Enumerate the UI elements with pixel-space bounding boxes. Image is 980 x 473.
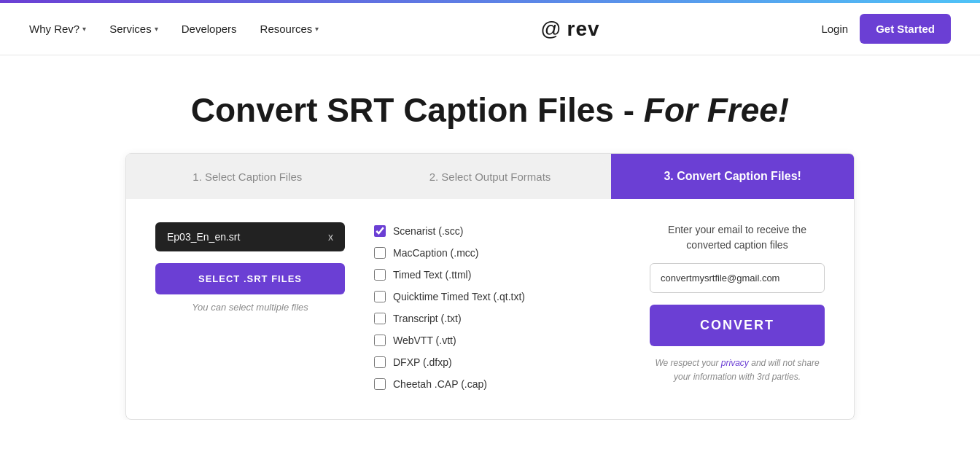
- format-checkbox-transcript[interactable]: [374, 313, 386, 324]
- format-label-quicktime[interactable]: Quicktime Timed Text (.qt.txt): [393, 291, 525, 302]
- main-card: 1. Select Caption Files 2. Select Output…: [125, 153, 855, 420]
- hero-section: Convert SRT Caption Files - For Free!: [0, 55, 980, 153]
- format-list: Scenarist (.scc)MacCaption (.mcc)Timed T…: [374, 225, 621, 390]
- content-area: Ep03_En_en.srt x SELECT .SRT FILES You c…: [126, 222, 854, 390]
- format-item: Cheetah .CAP (.cap): [374, 378, 621, 390]
- logo[interactable]: @ rev: [540, 17, 599, 41]
- format-item: MacCaption (.mcc): [374, 247, 621, 259]
- chevron-down-icon: ▾: [315, 25, 319, 33]
- format-checkbox-quicktime[interactable]: [374, 291, 386, 302]
- chevron-down-icon: ▾: [155, 25, 158, 33]
- remove-file-button[interactable]: x: [328, 231, 333, 243]
- multi-file-hint: You can select multiple files: [155, 302, 345, 313]
- format-checkbox-timedtext[interactable]: [374, 269, 386, 281]
- login-button[interactable]: Login: [821, 23, 848, 35]
- step-2: 2. Select Output Formats: [369, 154, 612, 199]
- logo-text: rev: [567, 17, 600, 41]
- get-started-button[interactable]: Get Started: [860, 14, 951, 44]
- format-item: WebVTT (.vtt): [374, 335, 621, 346]
- format-item: DFXP (.dfxp): [374, 356, 621, 368]
- email-input[interactable]: [650, 263, 825, 293]
- step-3: 3. Convert Caption Files!: [611, 154, 854, 199]
- step-1: 1. Select Caption Files: [126, 154, 369, 199]
- steps-bar: 1. Select Caption Files 2. Select Output…: [126, 154, 854, 199]
- format-label-timedtext[interactable]: Timed Text (.ttml): [393, 269, 471, 281]
- logo-icon: @: [540, 17, 561, 41]
- nav-services[interactable]: Services ▾: [109, 23, 158, 35]
- format-label-maccaption[interactable]: MacCaption (.mcc): [393, 247, 478, 259]
- format-item: Timed Text (.ttml): [374, 269, 621, 281]
- navbar: Why Rev? ▾ Services ▾ Developers Resourc…: [0, 3, 980, 55]
- format-checkbox-maccaption[interactable]: [374, 247, 386, 259]
- nav-resources[interactable]: Resources ▾: [260, 23, 319, 35]
- privacy-note: We respect your privacy and will not sha…: [650, 356, 825, 384]
- format-checkbox-webvtt[interactable]: [374, 335, 386, 346]
- format-label-webvtt[interactable]: WebVTT (.vtt): [393, 335, 456, 346]
- format-item: Quicktime Timed Text (.qt.txt): [374, 291, 621, 302]
- format-label-scenarist[interactable]: Scenarist (.scc): [393, 225, 463, 237]
- format-item: Scenarist (.scc): [374, 225, 621, 237]
- right-column: Enter your email to receive the converte…: [650, 222, 825, 390]
- file-name: Ep03_En_en.srt: [167, 231, 240, 243]
- nav-left: Why Rev? ▾ Services ▾ Developers Resourc…: [29, 23, 319, 35]
- format-label-dfxp[interactable]: DFXP (.dfxp): [393, 356, 452, 368]
- file-chip: Ep03_En_en.srt x: [155, 222, 345, 251]
- format-checkbox-scenarist[interactable]: [374, 225, 386, 237]
- chevron-down-icon: ▾: [82, 25, 86, 33]
- privacy-link[interactable]: privacy: [721, 358, 749, 368]
- hero-title: Convert SRT Caption Files - For Free!: [15, 90, 965, 130]
- format-checkbox-dfxp[interactable]: [374, 356, 386, 368]
- nav-right: Login Get Started: [821, 14, 951, 44]
- format-checkbox-cheetah[interactable]: [374, 378, 386, 390]
- email-hint: Enter your email to receive the converte…: [650, 222, 825, 253]
- format-label-transcript[interactable]: Transcript (.txt): [393, 313, 462, 324]
- format-item: Transcript (.txt): [374, 313, 621, 324]
- format-label-cheetah[interactable]: Cheetah .CAP (.cap): [393, 378, 487, 390]
- convert-button[interactable]: CONVERT: [650, 305, 825, 346]
- formats-column: Scenarist (.scc)MacCaption (.mcc)Timed T…: [374, 222, 621, 390]
- left-column: Ep03_En_en.srt x SELECT .SRT FILES You c…: [155, 222, 345, 390]
- select-srt-files-button[interactable]: SELECT .SRT FILES: [155, 263, 345, 294]
- nav-why-rev[interactable]: Why Rev? ▾: [29, 23, 86, 35]
- nav-developers[interactable]: Developers: [182, 23, 237, 35]
